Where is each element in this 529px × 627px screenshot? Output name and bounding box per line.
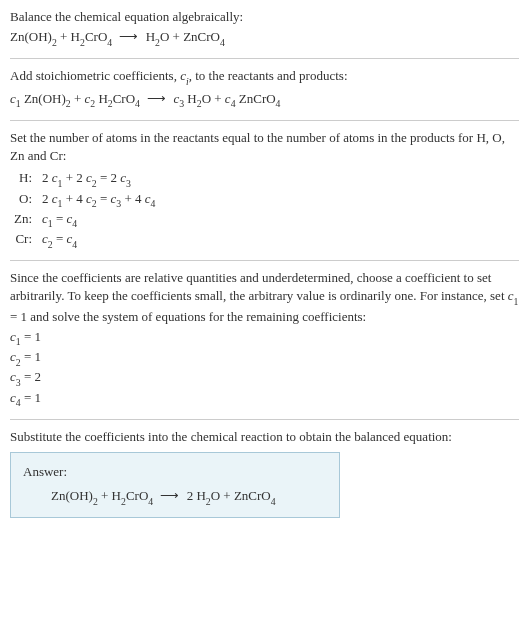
arrow-icon: ⟶: [143, 91, 170, 106]
coeff-line: c3 = 2: [10, 368, 519, 388]
solve-text: Since the coefficients are relative quan…: [10, 269, 519, 326]
answer-heading: Substitute the coefficients into the che…: [10, 428, 519, 446]
product-1: H2O: [196, 488, 220, 503]
answer-equation: Zn(OH)2 + H2CrO4 ⟶ 2 H2O + ZnCrO4: [23, 487, 327, 507]
section-coefficients: Add stoichiometric coefficients, ci, to …: [10, 67, 519, 109]
atom-balance-table: H: 2 c1 + 2 c2 = 2 c3 O: 2 c1 + 4 c2 = c…: [10, 169, 159, 250]
section-problem: Balance the chemical equation algebraica…: [10, 8, 519, 48]
problem-equation: Zn(OH)2 + H2CrO4 ⟶ H2O + ZnCrO4: [10, 28, 519, 48]
atom-row-h: H: 2 c1 + 2 c2 = 2 c3: [10, 169, 159, 189]
element-label: Cr:: [10, 230, 38, 250]
answer-box: Answer: Zn(OH)2 + H2CrO4 ⟶ 2 H2O + ZnCrO…: [10, 452, 340, 518]
product-1: H2O: [146, 29, 170, 44]
plus-text: +: [220, 488, 234, 503]
answer-label: Answer:: [23, 463, 327, 481]
arrow-icon: ⟶: [156, 488, 183, 503]
atom-row-zn: Zn: c1 = c4: [10, 210, 159, 230]
reactant-2: H2CrO4: [71, 29, 113, 44]
reactant-1: Zn(OH)2: [51, 488, 98, 503]
element-equation: c2 = c4: [38, 230, 159, 250]
element-equation: 2 c1 + 4 c2 = c3 + 4 c4: [38, 190, 159, 210]
coeff-line: c1 = 1: [10, 328, 519, 348]
plus-text: +: [169, 29, 183, 44]
coeff-line: c4 = 1: [10, 389, 519, 409]
coefficients-heading: Add stoichiometric coefficients, ci, to …: [10, 67, 519, 87]
divider: [10, 419, 519, 420]
element-label: Zn:: [10, 210, 38, 230]
plus-text: +: [98, 488, 112, 503]
arrow-icon: ⟶: [115, 29, 142, 44]
element-label: O:: [10, 190, 38, 210]
divider: [10, 260, 519, 261]
atom-row-o: O: 2 c1 + 4 c2 = c3 + 4 c4: [10, 190, 159, 210]
section-atom-balance: Set the number of atoms in the reactants…: [10, 129, 519, 250]
atom-row-cr: Cr: c2 = c4: [10, 230, 159, 250]
atom-balance-heading: Set the number of atoms in the reactants…: [10, 129, 519, 165]
product-2: ZnCrO4: [234, 488, 276, 503]
reactant-1: Zn(OH)2: [10, 29, 57, 44]
coefficient-equation: c1 Zn(OH)2 + c2 H2CrO4 ⟶ c3 H2O + c4 ZnC…: [10, 90, 519, 110]
problem-heading: Balance the chemical equation algebraica…: [10, 8, 519, 26]
plus-text: +: [57, 29, 71, 44]
product-2: ZnCrO4: [183, 29, 225, 44]
coefficient-values: c1 = 1 c2 = 1 c3 = 2 c4 = 1: [10, 328, 519, 409]
section-solve: Since the coefficients are relative quan…: [10, 269, 519, 409]
divider: [10, 120, 519, 121]
divider: [10, 58, 519, 59]
element-equation: 2 c1 + 2 c2 = 2 c3: [38, 169, 159, 189]
element-label: H:: [10, 169, 38, 189]
element-equation: c1 = c4: [38, 210, 159, 230]
reactant-2: H2CrO4: [112, 488, 154, 503]
section-answer: Substitute the coefficients into the che…: [10, 428, 519, 519]
coeff-line: c2 = 1: [10, 348, 519, 368]
